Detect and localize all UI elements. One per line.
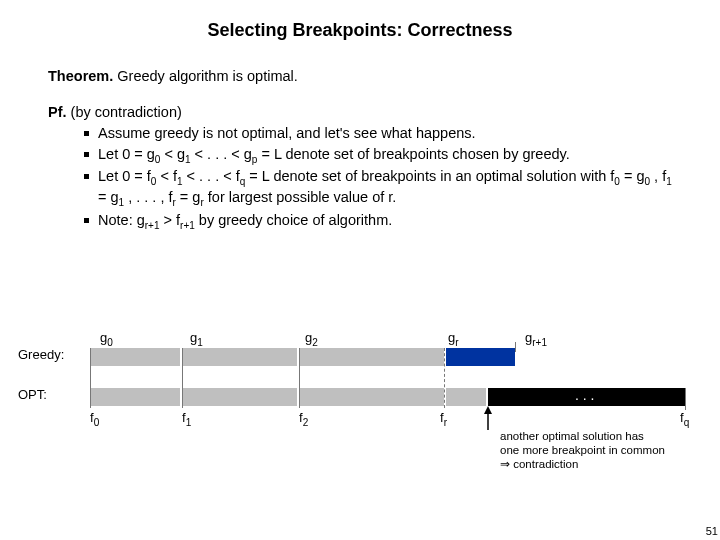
b3-srb: r [200, 197, 203, 208]
b3-p6: , f [654, 168, 666, 184]
contradiction-note: another optimal solution has one more br… [500, 430, 670, 471]
slide-title: Selecting Breakpoints: Correctness [0, 0, 720, 41]
b3-p9: = g [180, 189, 201, 205]
greedy-bar [90, 348, 515, 366]
greedy-seg-3 [446, 348, 515, 366]
b3-s1: 1 [177, 176, 183, 187]
label-fr: fr [440, 410, 447, 428]
b3-s1b: 1 [666, 176, 672, 187]
label-gr1: gr+1 [525, 330, 547, 348]
b2-s0: 0 [155, 154, 161, 165]
tick-gr [444, 348, 445, 408]
proof-intro: (by contradiction) [71, 104, 182, 120]
b2-sp: p [252, 154, 258, 165]
tick-g0 [90, 348, 91, 408]
opt-bar [90, 388, 685, 406]
b3-p2: < f [160, 168, 177, 184]
label-g1: g1 [190, 330, 203, 348]
theorem-text-val: Greedy algorithm is optimal. [117, 68, 298, 84]
b3-p3: < . . . < f [187, 168, 240, 184]
bullet-1-text: Assume greedy is not optimal, and let's … [98, 125, 476, 141]
label-f2: f2 [299, 410, 308, 428]
b3-p4: = L denote set of breakpoints in an opti… [249, 168, 614, 184]
label-g0: g0 [100, 330, 113, 348]
b3-s1c: 1 [119, 197, 125, 208]
opt-seg-1 [182, 388, 297, 406]
opt-seg-0 [90, 388, 180, 406]
note-l1: another optimal solution has [500, 430, 670, 444]
opt-seg-2 [299, 388, 444, 406]
b2-s1: 1 [185, 154, 191, 165]
tick-fq [685, 388, 686, 410]
tick-g1 [182, 348, 183, 408]
b3-p10: for largest possible value of r. [208, 189, 397, 205]
slide-body: Theorem. Greedy algorithm is optimal. Pf… [0, 41, 720, 232]
svg-marker-1 [484, 406, 492, 414]
arrow-up-icon [483, 406, 493, 430]
bullet-3: Let 0 = f0 < f1 < . . . < fq = L denote … [84, 167, 672, 210]
b3-p8: , . . . , f [128, 189, 172, 205]
label-g2: g2 [305, 330, 318, 348]
label-f0: f0 [90, 410, 99, 428]
b3-p5: = g [624, 168, 645, 184]
b2-p3: < . . . < g [195, 146, 252, 162]
b4-sr1: r+1 [145, 220, 160, 231]
b3-s0c: 0 [645, 176, 651, 187]
b3-sr: r [172, 197, 175, 208]
tick-gr1 [515, 342, 516, 352]
bullet-4: Note: gr+1 > fr+1 by greedy choice of al… [84, 211, 672, 232]
b3-sq: q [240, 176, 246, 187]
b4-p1: Note: g [98, 212, 145, 228]
note-l3: ⇒ contradiction [500, 458, 670, 472]
greedy-seg-0 [90, 348, 180, 366]
row-label-greedy: Greedy: [18, 347, 64, 362]
opt-seg-3 [446, 388, 486, 406]
greedy-seg-2 [299, 348, 444, 366]
theorem-label: Theorem. [48, 68, 113, 84]
b2-p4: = L denote set of breakpoints chosen by … [261, 146, 569, 162]
theorem-line: Theorem. Greedy algorithm is optimal. [48, 67, 672, 87]
label-f1: f1 [182, 410, 191, 428]
bullet-1: Assume greedy is not optimal, and let's … [84, 124, 672, 144]
label-fq: fq [680, 410, 689, 428]
b2-p2: < g [164, 146, 185, 162]
b3-s0: 0 [151, 176, 157, 187]
ellipsis: . . . [575, 387, 594, 403]
tick-g2 [299, 348, 300, 408]
proof-label: Pf. [48, 104, 67, 120]
row-label-opt: OPT: [18, 387, 47, 402]
greedy-seg-1 [182, 348, 297, 366]
label-gr: gr [448, 330, 459, 348]
b4-p3: by greedy choice of algorithm. [199, 212, 392, 228]
b2-p1: Let 0 = g [98, 146, 155, 162]
proof-bullets: Assume greedy is not optimal, and let's … [48, 124, 672, 232]
note-l2: one more breakpoint in common [500, 444, 670, 458]
b4-sr1b: r+1 [180, 220, 195, 231]
bullet-2: Let 0 = g0 < g1 < . . . < gp = L denote … [84, 145, 672, 166]
b3-p1: Let 0 = f [98, 168, 151, 184]
proof-block: Pf. (by contradiction) Assume greedy is … [48, 103, 672, 233]
b3-s0b: 0 [614, 176, 620, 187]
b3-p7: = g [98, 189, 119, 205]
page-number: 51 [706, 525, 718, 537]
b4-p2: > f [164, 212, 181, 228]
